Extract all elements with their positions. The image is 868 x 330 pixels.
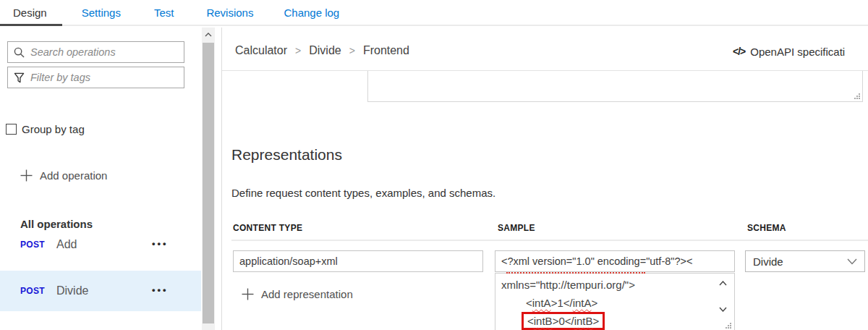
operation-name: Add — [56, 238, 77, 251]
apim-operation-editor: Design Settings Test Revisions Change lo… — [0, 0, 868, 330]
sample-xml-line: <intA>1</intA> — [501, 294, 734, 312]
operation-row-divide[interactable]: POST Divide ••• — [0, 271, 201, 311]
representations-title: Representations — [231, 146, 342, 164]
operation-row-add[interactable]: POST Add ••• — [0, 224, 201, 265]
code-icon: </> — [733, 46, 745, 57]
search-operations-input[interactable] — [30, 46, 178, 58]
plus-icon — [242, 288, 254, 300]
chevron-up-icon — [719, 281, 727, 286]
annotation-red-box: <intB>0</intB> — [522, 312, 605, 330]
breadcrumb-calculator[interactable]: Calculator — [235, 44, 287, 57]
breadcrumb-separator: > — [295, 45, 301, 56]
sidebar-scrollbar[interactable] — [202, 28, 215, 330]
resize-grip-icon[interactable] — [723, 321, 732, 329]
representations-description: Define request content types, examples, … — [231, 187, 495, 199]
table-header-rule — [231, 240, 868, 241]
add-operation-button[interactable]: Add operation — [20, 169, 107, 182]
description-textarea[interactable] — [367, 71, 863, 102]
breadcrumb: Calculator > Divide > Frontend — [235, 44, 409, 57]
scroll-up-button[interactable] — [715, 275, 731, 291]
sample-xml-line: xmlns="http://tempuri.org/"> — [501, 276, 734, 294]
tab-revisions[interactable]: Revisions — [206, 7, 253, 19]
filter-by-tags-field[interactable] — [7, 67, 184, 88]
sample-xml-line-annotated: <intB>0</intB> — [501, 312, 734, 330]
scrollbar-thumb[interactable] — [203, 43, 214, 323]
tab-design[interactable]: Design — [13, 7, 47, 19]
group-by-tag-checkbox[interactable] — [6, 124, 17, 135]
operation-name: Divide — [56, 284, 88, 297]
filter-by-tags-input[interactable] — [30, 72, 178, 83]
tab-test[interactable]: Test — [154, 7, 174, 19]
openapi-specification-label: OpenAPI specificati — [750, 46, 845, 58]
spellcheck-underline — [506, 272, 645, 274]
active-tab-underline — [0, 24, 62, 26]
breadcrumb-frontend: Frontend — [363, 44, 409, 57]
breadcrumb-divide[interactable]: Divide — [309, 44, 341, 57]
sidebar-divider — [221, 28, 222, 330]
schema-dropdown[interactable]: Divide — [745, 250, 865, 272]
add-representation-label: Add representation — [261, 288, 353, 300]
column-header-sample: SAMPLE — [498, 223, 535, 233]
sample-scrollbar[interactable] — [715, 275, 731, 318]
breadcrumb-separator: > — [349, 45, 355, 56]
chevron-down-icon — [847, 258, 857, 265]
scroll-down-button[interactable] — [715, 301, 731, 317]
chevron-up-icon — [205, 33, 212, 37]
tab-bar: Design Settings Test Revisions Change lo… — [0, 0, 868, 26]
method-badge-post: POST — [20, 240, 56, 250]
openapi-specification-link[interactable]: </> OpenAPI specificati — [733, 43, 868, 60]
scroll-up-button[interactable] — [202, 28, 215, 42]
column-header-content-type: CONTENT TYPE — [233, 223, 302, 233]
plus-icon — [20, 169, 33, 182]
search-operations-field[interactable] — [7, 41, 184, 63]
sample-expanded-text[interactable]: xmlns="http://tempuri.org/"> <intA>1</in… — [495, 273, 735, 330]
add-representation-button[interactable]: Add representation — [242, 288, 353, 300]
column-header-schema: SCHEMA — [747, 223, 786, 233]
add-operation-label: Add operation — [40, 169, 107, 182]
tab-settings[interactable]: Settings — [82, 7, 121, 19]
operations-sidebar: Group by tag Add operation All operation… — [0, 28, 221, 330]
sample-input[interactable] — [495, 250, 735, 272]
more-options-icon[interactable]: ••• — [152, 238, 169, 249]
chevron-down-icon — [719, 307, 727, 312]
search-icon — [14, 47, 25, 58]
more-options-icon[interactable]: ••• — [152, 284, 169, 295]
filter-icon — [14, 72, 25, 83]
group-by-tag-label: Group by tag — [22, 123, 85, 135]
schema-selected-value: Divide — [753, 255, 847, 268]
group-by-tag-row: Group by tag — [6, 123, 85, 135]
tab-change-log[interactable]: Change log — [284, 7, 339, 19]
resize-grip-icon[interactable] — [852, 91, 861, 100]
content-type-input[interactable] — [233, 250, 483, 272]
method-badge-post: POST — [20, 286, 56, 296]
